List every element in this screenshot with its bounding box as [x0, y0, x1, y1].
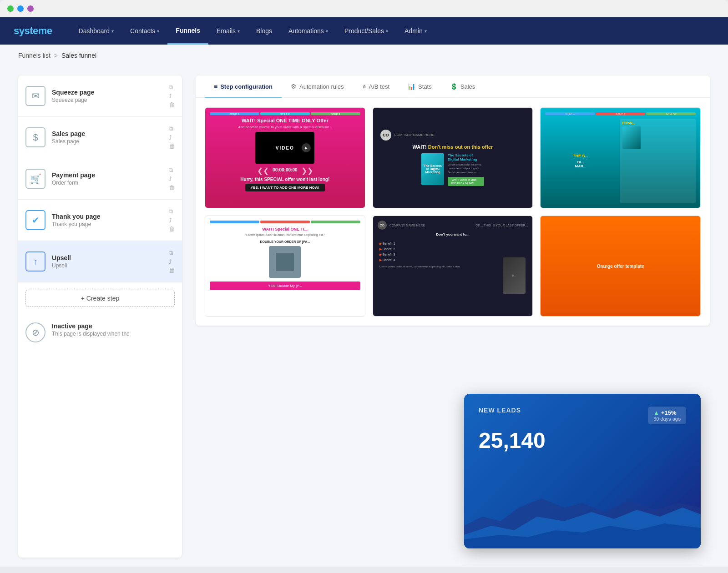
- list-icon: ≡: [214, 83, 217, 90]
- copy-icon-thankyou[interactable]: ⧉: [169, 208, 175, 215]
- tmpl1-btn: YES, I WANT TO ADD ONE MORE NOW!: [245, 184, 325, 191]
- sidebar-item-payment[interactable]: 🛒 Payment page Order form ⧉ ⤴ 🗑: [18, 158, 182, 200]
- tab-stats[interactable]: 📊 Stats: [399, 75, 441, 98]
- nav-item-product-sales[interactable]: Product/Sales ▾: [336, 17, 396, 45]
- template-preview-2: CO COMPANY NAME HERE WAIT! Don't miss ou…: [373, 108, 533, 208]
- template-card-6[interactable]: Orange offer template: [540, 216, 701, 317]
- share-icon-upsell[interactable]: ⤴: [169, 258, 175, 265]
- tmpl1-video: VIDEO ▶: [255, 132, 314, 164]
- sidebar: ✉ Squeeze page Squeeze page ⧉ ⤴ 🗑 $ Sale…: [18, 75, 182, 558]
- create-step-button[interactable]: + Create step: [25, 290, 175, 307]
- share-icon-thankyou[interactable]: ⤴: [169, 217, 175, 224]
- sidebar-item-thankyou[interactable]: ✔ Thank you page Thank you page ⧉ ⤴ 🗑: [18, 200, 182, 241]
- template-card-1[interactable]: STEP 1 STEP 2 STEP 3 WAIT! Special ONE T…: [205, 107, 365, 208]
- nav-arrow-dashboard: ▾: [111, 29, 114, 34]
- template-card-3[interactable]: STEP 1 STEP 2 STEP 3 THE S... DI... MAR.…: [540, 107, 701, 208]
- envelope-icon: ✉: [25, 86, 46, 106]
- tab-step-configuration[interactable]: ≡ Step configuration: [205, 75, 282, 98]
- nav-item-blogs[interactable]: Blogs: [248, 17, 280, 45]
- template-card-2[interactable]: CO COMPANY NAME HERE WAIT! Don't miss ou…: [373, 107, 533, 208]
- nav-item-admin[interactable]: Admin ▾: [396, 17, 435, 45]
- stats-icon: 📊: [408, 83, 415, 90]
- breadcrumb-separator: >: [54, 52, 58, 59]
- tmpl4-btn: YES! Double My [P...: [210, 281, 360, 290]
- template-card-5[interactable]: CO COMPANY NAME HERE OK... THIS IS YOUR …: [373, 216, 533, 317]
- dollar-icon: $: [25, 127, 46, 147]
- window-dot-green[interactable]: [7, 5, 14, 12]
- nav-arrow-emails: ▾: [238, 29, 240, 34]
- book-cover: The Secrets of Digital Marketing: [421, 153, 444, 185]
- last-offer-text: OK... THIS IS YOUR LAST OFFER...: [475, 224, 528, 227]
- delete-icon-sales[interactable]: 🗑: [169, 143, 175, 150]
- nav-item-emails[interactable]: Emails ▾: [208, 17, 248, 45]
- breadcrumb: Funnels list > Sales funnel: [18, 52, 710, 59]
- leads-label: NEW LEADS: [479, 407, 521, 414]
- play-icon: ▶: [302, 143, 311, 152]
- company-name-5: COMPANY NAME HERE: [389, 224, 425, 227]
- tmpl4-header: WAIT! Special ONE TI...: [210, 227, 360, 231]
- delete-icon[interactable]: 🗑: [169, 101, 175, 108]
- book-preview-3: [622, 126, 641, 149]
- template-preview-1: STEP 1 STEP 2 STEP 3 WAIT! Special ONE T…: [205, 108, 365, 208]
- nav-item-automations[interactable]: Automations ▾: [280, 17, 336, 45]
- window-dot-purple[interactable]: [27, 5, 34, 12]
- sidebar-item-sales[interactable]: $ Sales page Sales page ⧉ ⤴ 🗑: [18, 117, 182, 158]
- nav-arrow-admin: ▾: [425, 29, 427, 34]
- gear-icon: ⚙: [291, 83, 297, 90]
- delete-icon-thankyou[interactable]: 🗑: [169, 226, 175, 232]
- delete-icon-payment[interactable]: 🗑: [169, 184, 175, 191]
- template-grid: STEP 1 STEP 2 STEP 3 WAIT! Special ONE T…: [196, 98, 710, 326]
- breadcrumb-bar: Funnels list > Sales funnel: [0, 45, 728, 66]
- company-name-2: COMPANY NAME HERE: [394, 133, 435, 137]
- share-icon[interactable]: ⤴: [169, 93, 175, 100]
- inactive-icon: ⊘: [25, 322, 46, 342]
- template-card-4[interactable]: WAIT! Special ONE TI... "Lorem ipsum dol…: [205, 216, 365, 317]
- leads-badge: ▲ +15% 30 days ago: [648, 407, 686, 424]
- company-logo-5: CO: [378, 221, 387, 230]
- leads-period: 30 days ago: [653, 416, 681, 422]
- nav-arrow-product-sales: ▾: [386, 29, 388, 34]
- nav-arrow-automations: ▾: [326, 29, 328, 34]
- sales-icon: 💲: [450, 83, 458, 90]
- template-preview-5: CO COMPANY NAME HERE OK... THIS IS YOUR …: [373, 216, 533, 316]
- book-preview-5: B...: [503, 257, 526, 294]
- template-preview-4: WAIT! Special ONE TI... "Lorem ipsum dol…: [205, 216, 365, 316]
- leads-value: 25,140: [479, 428, 686, 453]
- copy-icon-sales[interactable]: ⧉: [169, 125, 175, 132]
- copy-icon-upsell[interactable]: ⧉: [169, 249, 175, 256]
- tab-sales[interactable]: 💲 Sales: [441, 75, 485, 98]
- check-icon: ✔: [25, 210, 46, 230]
- tmpl2-btn: Yes, I want to add this book NOW!: [448, 177, 484, 186]
- tmpl2-title: WAIT! Don't miss out on this offer: [413, 144, 493, 150]
- right-panel: ≡ Step configuration ⚙ Automation rules …: [196, 75, 710, 326]
- share-icon-sales[interactable]: ⤴: [169, 134, 175, 141]
- shirt-image: [269, 246, 301, 278]
- copy-icon-payment[interactable]: ⧉: [169, 166, 175, 174]
- nav-item-dashboard[interactable]: Dashboard ▾: [71, 17, 122, 45]
- delete-icon-upsell[interactable]: 🗑: [169, 267, 175, 274]
- tab-automation-rules[interactable]: ⚙ Automation rules: [282, 75, 353, 98]
- arrow-up-icon: ↑: [25, 251, 46, 271]
- tmpl1-subtitle: Add another course to your order with a …: [238, 125, 332, 129]
- trend-up-icon: ▲: [653, 409, 659, 416]
- tmpl5-title: Don't you want to...: [378, 232, 528, 236]
- share-icon-payment[interactable]: ⤴: [169, 176, 175, 182]
- window-chrome: [0, 0, 728, 17]
- sidebar-item-inactive[interactable]: ⊘ Inactive page This page is displayed w…: [18, 314, 182, 351]
- tmpl1-title: WAIT! Special ONE TIME ONLY Offer: [242, 118, 329, 123]
- breadcrumb-parent[interactable]: Funnels list: [18, 52, 51, 59]
- template-preview-6: Orange offer template: [541, 216, 700, 316]
- leads-header: NEW LEADS ▲ +15% 30 days ago: [479, 407, 686, 424]
- window-dot-yellow[interactable]: [17, 5, 24, 12]
- breadcrumb-current: Sales funnel: [61, 52, 96, 59]
- sidebar-item-squeeze[interactable]: ✉ Squeeze page Squeeze page ⧉ ⤴ 🗑: [18, 75, 182, 117]
- tab-ab-test[interactable]: ⋔ A/B test: [353, 76, 399, 98]
- tmpl1-timer: 00:00:00:00: [273, 167, 297, 172]
- main-content: ✉ Squeeze page Squeeze page ⧉ ⤴ 🗑 $ Sale…: [0, 66, 728, 567]
- nav-item-funnels[interactable]: Funnels: [167, 17, 208, 45]
- nav-item-contacts[interactable]: Contacts ▾: [122, 17, 167, 45]
- copy-icon[interactable]: ⧉: [169, 84, 175, 91]
- sidebar-item-upsell[interactable]: ↑ Upsell Upsell ⧉ ⤴ 🗑: [18, 241, 182, 282]
- arrow-down-right: ❯❯: [301, 166, 313, 175]
- company-logo-2: CO: [380, 130, 391, 141]
